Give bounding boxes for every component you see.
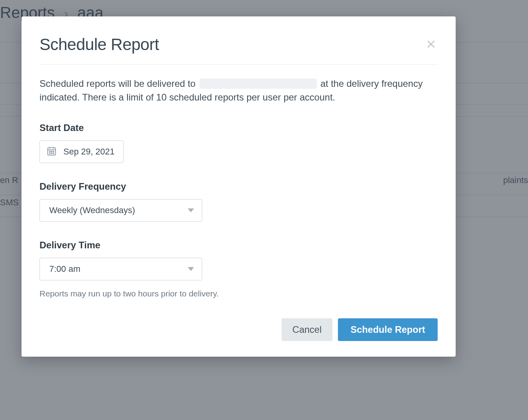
modal-description: Scheduled reports will be delivered to a… (40, 77, 438, 104)
svg-point-7 (51, 151, 52, 152)
calendar-icon (46, 145, 57, 158)
chevron-down-icon (188, 207, 194, 214)
delivery-time-helper: Reports may run up to two hours prior to… (40, 289, 438, 298)
svg-marker-12 (188, 208, 194, 212)
schedule-report-modal: Schedule Report Scheduled reports will b… (22, 16, 456, 357)
schedule-report-button[interactable]: Schedule Report (338, 318, 438, 341)
delivery-time-label: Delivery Time (40, 240, 438, 251)
delivery-frequency-value: Weekly (Wednesdays) (49, 205, 135, 215)
start-date-label: Start Date (40, 122, 438, 133)
delivery-frequency-select[interactable]: Weekly (Wednesdays) (40, 199, 202, 222)
start-date-input[interactable]: Sep 29, 2021 (40, 140, 124, 163)
svg-marker-13 (188, 267, 194, 271)
delivery-frequency-group: Delivery Frequency Weekly (Wednesdays) (40, 181, 438, 222)
modal-title: Schedule Report (40, 35, 159, 54)
close-icon[interactable] (424, 38, 438, 51)
delivery-time-select[interactable]: 7:00 am (40, 258, 202, 280)
start-date-value: Sep 29, 2021 (63, 147, 115, 157)
delivery-frequency-label: Delivery Frequency (40, 181, 438, 192)
start-date-group: Start Date Sep 29, 2021 (40, 122, 438, 163)
svg-point-10 (51, 153, 52, 153)
delivery-time-value: 7:00 am (49, 264, 81, 274)
svg-point-6 (49, 151, 50, 152)
desc-pre: Scheduled reports will be delivered to (40, 78, 198, 89)
svg-point-8 (53, 151, 54, 152)
cancel-button[interactable]: Cancel (282, 318, 333, 341)
chevron-down-icon (188, 266, 194, 273)
modal-footer: Cancel Schedule Report (282, 318, 438, 341)
redacted-email (199, 79, 317, 89)
svg-point-9 (49, 153, 50, 153)
svg-point-11 (53, 153, 54, 153)
delivery-time-group: Delivery Time 7:00 am Reports may run up… (40, 240, 438, 298)
